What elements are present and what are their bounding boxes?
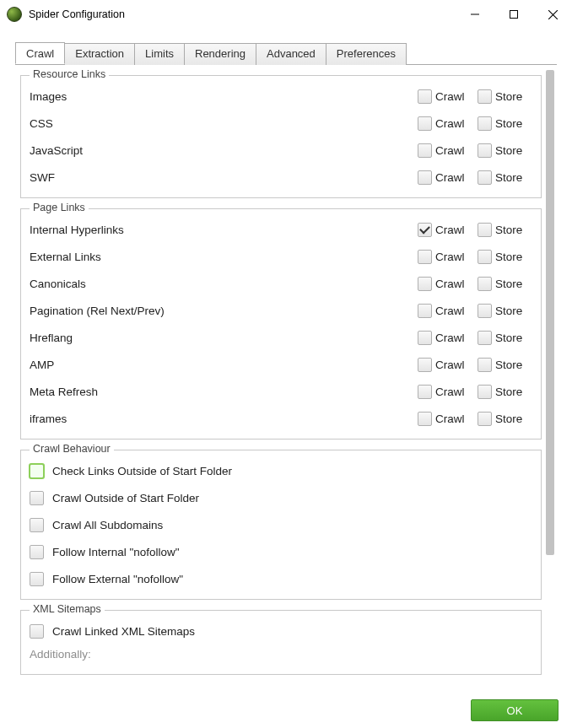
behaviour-row: Follow Internal "nofollow"	[30, 538, 532, 565]
group-xml-sitemaps: XML Sitemaps Crawl Linked XML Sitemaps A…	[20, 610, 542, 675]
app-icon	[7, 7, 22, 22]
crawl-store-pair: CrawlStore	[413, 170, 532, 185]
option-label: Canonicals	[30, 278, 413, 290]
store-checkbox[interactable]	[478, 385, 492, 399]
minimize-icon	[471, 10, 479, 19]
option-row: Internal HyperlinksCrawlStore	[30, 216, 532, 243]
close-icon	[548, 10, 558, 19]
store-checkbox[interactable]	[478, 412, 492, 426]
scrollbar[interactable]	[545, 70, 555, 692]
crawl-checkbox[interactable]	[418, 412, 432, 426]
crawl-checkbox[interactable]	[418, 89, 432, 104]
footer: OK	[0, 693, 572, 728]
tab-limits[interactable]: Limits	[135, 43, 185, 65]
crawl-checkbox[interactable]	[418, 277, 432, 291]
crawl-label: Crawl	[435, 359, 469, 371]
option-label: Hreflang	[30, 332, 413, 344]
store-label: Store	[495, 305, 529, 317]
crawl-store-pair: CrawlStore	[413, 304, 532, 318]
option-row: HreflangCrawlStore	[30, 324, 532, 351]
crawl-checkbox[interactable]	[418, 170, 432, 185]
store-label: Store	[495, 224, 529, 236]
behaviour-label: Follow Internal "nofollow"	[52, 546, 180, 558]
close-button[interactable]	[533, 2, 572, 27]
behaviour-checkbox[interactable]	[30, 624, 44, 639]
option-label: Pagination (Rel Next/Prev)	[30, 305, 413, 317]
group-crawl-behaviour: Crawl Behaviour Check Links Outside of S…	[20, 450, 542, 600]
tab-extraction[interactable]: Extraction	[65, 43, 135, 65]
tab-rendering[interactable]: Rendering	[185, 43, 256, 65]
behaviour-row: Crawl Linked XML Sitemaps	[30, 617, 532, 644]
store-checkbox[interactable]	[478, 250, 492, 264]
minimize-button[interactable]	[456, 2, 494, 27]
option-row: ImagesCrawlStore	[30, 83, 532, 110]
crawl-store-pair: CrawlStore	[413, 143, 532, 158]
crawl-checkbox[interactable]	[418, 116, 432, 131]
group-page-links: Page Links Internal HyperlinksCrawlStore…	[20, 208, 542, 439]
behaviour-label: Check Links Outside of Start Folder	[52, 465, 232, 477]
crawl-checkbox[interactable]	[418, 250, 432, 264]
store-label: Store	[495, 171, 529, 184]
tabstrip: CrawlExtractionLimitsRenderingAdvancedPr…	[15, 42, 557, 65]
behaviour-label: Crawl Outside of Start Folder	[52, 492, 199, 504]
content-area: CrawlExtractionLimitsRenderingAdvancedPr…	[0, 29, 572, 693]
option-label: Images	[30, 90, 413, 103]
store-label: Store	[495, 117, 529, 130]
tab-crawl[interactable]: Crawl	[15, 42, 65, 64]
crawl-store-pair: CrawlStore	[413, 116, 532, 131]
option-row: Meta RefreshCrawlStore	[30, 378, 532, 405]
crawl-checkbox[interactable]	[418, 223, 432, 237]
tab-preferences[interactable]: Preferences	[326, 43, 407, 65]
crawl-store-pair: CrawlStore	[413, 412, 532, 426]
behaviour-checkbox[interactable]	[30, 518, 44, 532]
group-resource-links: Resource Links ImagesCrawlStoreCSSCrawlS…	[20, 75, 542, 198]
store-label: Store	[495, 413, 529, 425]
option-label: AMP	[30, 359, 413, 371]
crawl-checkbox[interactable]	[418, 331, 432, 345]
store-checkbox[interactable]	[478, 170, 492, 185]
scroll-area: Resource Links ImagesCrawlStoreCSSCrawlS…	[20, 70, 542, 692]
store-checkbox[interactable]	[478, 277, 492, 291]
crawl-label: Crawl	[435, 278, 469, 290]
option-label: JavaScript	[30, 144, 413, 157]
option-label: CSS	[30, 117, 413, 130]
option-row: Pagination (Rel Next/Prev)CrawlStore	[30, 297, 532, 324]
option-row: AMPCrawlStore	[30, 351, 532, 378]
crawl-checkbox[interactable]	[418, 143, 432, 158]
store-label: Store	[495, 386, 529, 398]
behaviour-label: Crawl Linked XML Sitemaps	[52, 625, 195, 638]
option-row: SWFCrawlStore	[30, 164, 532, 191]
option-label: Meta Refresh	[30, 386, 413, 398]
tab-panel-crawl: Resource Links ImagesCrawlStoreCSSCrawlS…	[15, 65, 557, 692]
behaviour-checkbox[interactable]	[30, 545, 44, 559]
behaviour-checkbox[interactable]	[30, 491, 44, 505]
store-checkbox[interactable]	[478, 89, 492, 104]
option-label: Internal Hyperlinks	[30, 224, 413, 236]
store-checkbox[interactable]	[478, 331, 492, 345]
crawl-checkbox[interactable]	[418, 385, 432, 399]
crawl-label: Crawl	[435, 90, 469, 103]
tab-advanced[interactable]: Advanced	[256, 43, 326, 65]
store-checkbox[interactable]	[478, 223, 492, 237]
crawl-checkbox[interactable]	[418, 304, 432, 318]
behaviour-row: Crawl All Subdomains	[30, 511, 532, 538]
crawl-store-pair: CrawlStore	[413, 385, 532, 399]
crawl-store-pair: CrawlStore	[413, 89, 532, 104]
option-row: CSSCrawlStore	[30, 110, 532, 137]
store-checkbox[interactable]	[478, 116, 492, 131]
behaviour-checkbox[interactable]	[30, 464, 44, 478]
store-checkbox[interactable]	[478, 143, 492, 158]
crawl-label: Crawl	[435, 144, 469, 157]
store-checkbox[interactable]	[478, 358, 492, 372]
store-checkbox[interactable]	[478, 304, 492, 318]
ok-button[interactable]: OK	[471, 699, 559, 721]
crawl-checkbox[interactable]	[418, 358, 432, 372]
maximize-button[interactable]	[494, 2, 533, 27]
behaviour-checkbox[interactable]	[30, 572, 44, 586]
option-row: External LinksCrawlStore	[30, 243, 532, 270]
crawl-store-pair: CrawlStore	[413, 223, 532, 237]
scrollbar-thumb[interactable]	[546, 70, 554, 555]
store-label: Store	[495, 251, 529, 263]
group-title-resource-links: Resource Links	[30, 70, 109, 80]
crawl-label: Crawl	[435, 332, 469, 344]
